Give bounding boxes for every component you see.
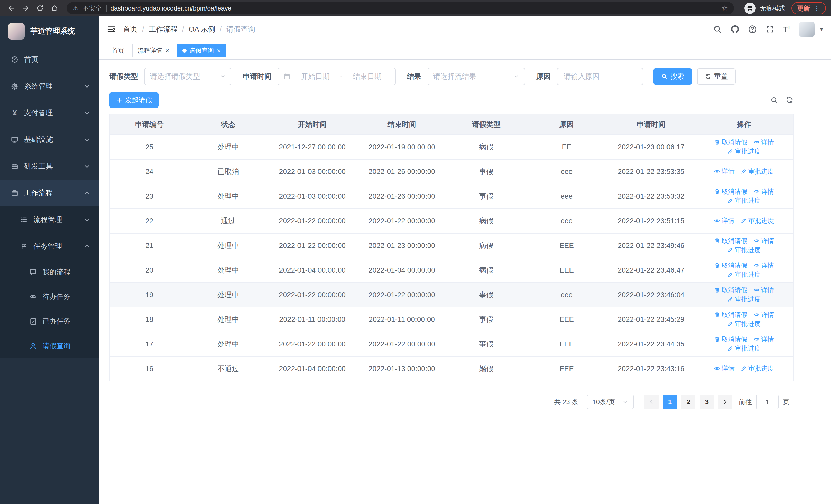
action-detail[interactable]: 详情 — [753, 335, 774, 344]
reload-icon[interactable] — [34, 2, 46, 14]
actions-cell: 详情审批进度 — [695, 356, 793, 381]
action-cancel-leave[interactable]: 取消请假 — [714, 335, 747, 344]
sidebar-item-leave-query[interactable]: 请假查询 — [0, 334, 98, 358]
action-cancel-leave[interactable]: 取消请假 — [714, 261, 747, 270]
tab-process-detail[interactable]: 流程详情× — [133, 44, 174, 57]
action-approval-progress[interactable]: 审批进度 — [741, 167, 774, 176]
action-approval-progress[interactable]: 审批进度 — [727, 344, 761, 353]
table-row[interactable]: 16不通过2022-01-04 00:00:002022-01-13 00:00… — [110, 356, 793, 381]
table-row[interactable]: 19处理中2022-01-22 00:00:002022-01-22 00:00… — [110, 283, 793, 307]
close-icon[interactable]: × — [165, 47, 169, 55]
result-select[interactable]: 请选择流结果 — [428, 68, 525, 85]
search-icon[interactable] — [713, 25, 722, 34]
kebab-menu-icon[interactable]: ⋮ — [813, 4, 820, 12]
logo[interactable]: 芋道管理系统 — [0, 17, 98, 46]
back-icon[interactable] — [5, 2, 18, 14]
action-detail[interactable]: 详情 — [753, 138, 774, 147]
table-refresh-icon[interactable] — [786, 96, 794, 104]
trash-icon — [714, 287, 720, 293]
action-cancel-leave[interactable]: 取消请假 — [714, 187, 747, 196]
action-cancel-leave[interactable]: 取消请假 — [714, 237, 747, 245]
sidebar-item-infrastructure[interactable]: 基础设施 — [0, 126, 98, 153]
action-detail[interactable]: 详情 — [714, 167, 735, 176]
eye-icon — [29, 293, 37, 300]
table-row[interactable]: 25处理中2021-12-27 00:00:002022-01-19 00:00… — [110, 135, 793, 159]
sidebar-item-process-management[interactable]: 流程管理 — [0, 206, 98, 233]
breadcrumb-item[interactable]: OA 示例 — [189, 24, 215, 34]
tab-home[interactable]: 首页 — [107, 44, 130, 57]
font-size-icon[interactable]: TT — [783, 25, 791, 33]
tab-leave-query[interactable]: 请假查询× — [177, 44, 226, 57]
table-row[interactable]: 22通过2022-01-22 00:00:002022-01-22 00:00:… — [110, 209, 793, 233]
action-detail[interactable]: 详情 — [753, 310, 774, 319]
action-detail[interactable]: 详情 — [753, 237, 774, 245]
table-row[interactable]: 24已取消2022-01-03 00:00:002022-01-26 00:00… — [110, 159, 793, 184]
edit-icon — [727, 321, 734, 327]
help-icon[interactable] — [748, 25, 757, 34]
action-detail[interactable]: 详情 — [714, 216, 735, 225]
page-button-2[interactable]: 2 — [681, 395, 695, 409]
page-size-select[interactable]: 10条/页 — [587, 395, 634, 409]
user-avatar[interactable] — [799, 22, 814, 37]
github-icon[interactable] — [730, 25, 739, 34]
bookmark-star-icon[interactable]: ☆ — [721, 4, 728, 12]
action-cancel-leave[interactable]: 取消请假 — [714, 286, 747, 294]
forward-icon[interactable] — [20, 2, 32, 14]
action-approval-progress[interactable]: 审批进度 — [727, 147, 761, 155]
cell: 25 — [110, 135, 189, 159]
sidebar-item-dev-tools[interactable]: 研发工具 — [0, 153, 98, 180]
action-approval-progress[interactable]: 审批进度 — [727, 270, 761, 279]
action-approval-progress[interactable]: 审批进度 — [727, 295, 761, 303]
create-leave-button[interactable]: 发起请假 — [109, 92, 159, 108]
cell: EEE — [526, 332, 607, 356]
reset-button[interactable]: 重置 — [697, 68, 736, 85]
next-page-button[interactable] — [718, 395, 733, 409]
action-detail[interactable]: 详情 — [714, 364, 735, 373]
prev-page-button[interactable] — [644, 395, 659, 409]
sidebar-item-workflow[interactable]: 工作流程 — [0, 180, 98, 206]
action-approval-progress[interactable]: 审批进度 — [727, 320, 761, 328]
table-row[interactable]: 21处理中2022-01-22 00:00:002022-01-23 00:00… — [110, 233, 793, 258]
action-approval-progress[interactable]: 审批进度 — [727, 245, 761, 254]
action-cancel-leave[interactable]: 取消请假 — [714, 310, 747, 319]
security-label[interactable]: 不安全 — [83, 4, 102, 12]
sidebar-item-payment-management[interactable]: ¥支付管理 — [0, 99, 98, 126]
apply-time-range-picker[interactable]: 开始日期 - 结束日期 — [278, 68, 396, 85]
home-icon[interactable] — [48, 2, 61, 14]
leave-type-select[interactable]: 请选择请假类型 — [144, 68, 231, 85]
action-detail[interactable]: 详情 — [753, 187, 774, 196]
address-bar[interactable]: ⚠ 不安全 dashboard.yudao.iocoder.cn/bpm/oa/… — [67, 2, 734, 14]
close-icon[interactable]: × — [217, 47, 221, 55]
breadcrumb-item[interactable]: 首页 — [123, 24, 138, 34]
sidebar-item-todo-tasks[interactable]: 待办任务 — [0, 284, 98, 309]
action-approval-progress[interactable]: 审批进度 — [741, 216, 774, 225]
fullscreen-icon[interactable] — [766, 25, 774, 34]
table-search-icon[interactable] — [770, 96, 778, 104]
reason-input[interactable] — [557, 68, 643, 85]
search-button[interactable]: 搜索 — [653, 68, 692, 85]
action-approval-progress[interactable]: 审批进度 — [741, 364, 774, 373]
goto-page-input[interactable] — [756, 395, 779, 409]
action-cancel-leave[interactable]: 取消请假 — [714, 138, 747, 147]
action-approval-progress[interactable]: 审批进度 — [727, 196, 761, 205]
sidebar-item-done-tasks[interactable]: 已办任务 — [0, 309, 98, 334]
table-row[interactable]: 18处理中2022-01-11 00:00:002022-01-11 00:00… — [110, 307, 793, 332]
table-row[interactable]: 20处理中2022-01-04 00:00:002022-01-04 00:00… — [110, 258, 793, 283]
caret-down-icon[interactable]: ▾ — [820, 26, 823, 32]
hamburger-menu-icon[interactable] — [107, 25, 116, 34]
sidebar-item-my-processes[interactable]: 我的流程 — [0, 260, 98, 284]
chevron-down-icon — [83, 216, 91, 224]
chevron-left-icon — [648, 399, 654, 405]
action-detail[interactable]: 详情 — [753, 261, 774, 270]
sidebar-item-system-management[interactable]: 系统管理 — [0, 73, 98, 99]
update-button[interactable]: 更新 ⋮ — [792, 2, 826, 14]
table-row[interactable]: 17处理中2022-01-22 00:00:002022-01-22 00:00… — [110, 332, 793, 356]
page-button-3[interactable]: 3 — [699, 395, 714, 409]
page-button-1[interactable]: 1 — [663, 395, 677, 409]
breadcrumb-item[interactable]: 工作流程 — [149, 24, 178, 34]
action-detail[interactable]: 详情 — [753, 286, 774, 294]
table-row[interactable]: 23处理中2022-01-03 00:00:002022-01-26 00:00… — [110, 184, 793, 209]
sidebar-item-home[interactable]: 首页 — [0, 46, 98, 73]
sidebar-item-task-management[interactable]: 任务管理 — [0, 233, 98, 260]
eye-icon — [753, 188, 760, 195]
